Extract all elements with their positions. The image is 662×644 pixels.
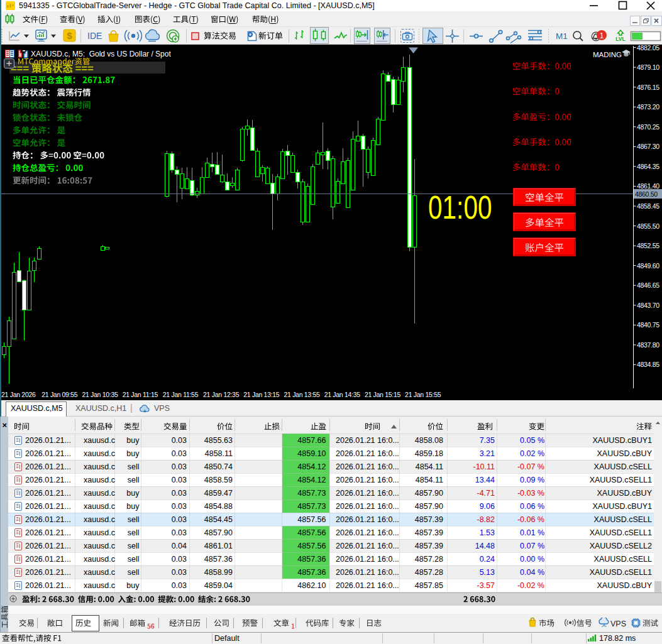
svg-text:IDE: IDE [87, 31, 102, 41]
svg-text:$: $ [67, 30, 72, 41]
svg-text:M1: M1 [556, 31, 568, 41]
svg-text:1: 1 [600, 31, 604, 40]
svg-text:LVL: LVL [615, 36, 625, 42]
